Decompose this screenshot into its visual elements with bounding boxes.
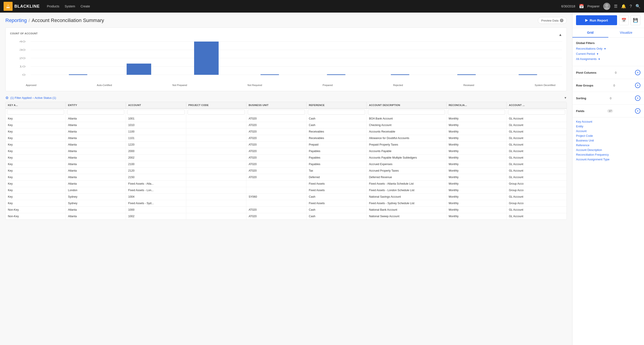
expand-filter-icon[interactable]: ▼ <box>564 96 567 100</box>
field-item-0[interactable]: Key Account <box>576 119 640 124</box>
search-icon[interactable]: 🔍 <box>636 4 640 9</box>
menu-icon[interactable]: ☰ <box>614 4 618 9</box>
calendar-save-button[interactable]: 📅 <box>619 15 629 25</box>
save-button[interactable]: 💾 <box>630 15 640 25</box>
pivot-columns-add-button[interactable]: + <box>635 70 640 75</box>
table-cell-5-3 <box>186 148 246 155</box>
filter-key-account[interactable] <box>7 110 64 115</box>
table-cell-11-4 <box>246 187 306 194</box>
table-cell-10-4 <box>246 181 306 187</box>
field-item-8[interactable]: Account Assignment Type <box>576 157 640 162</box>
table-body: KeyAtlanta1001AT020CashBOA Bank AccountM… <box>6 115 566 219</box>
field-item-6[interactable]: Account Description <box>576 148 640 152</box>
field-item-7[interactable]: Reconciliation Frequency <box>576 152 640 157</box>
pivot-columns-row: Pivot Columns 0 + <box>576 70 640 75</box>
table-row[interactable]: KeyAtlanta1220AT020PrepaidPrepaid Proper… <box>6 142 566 148</box>
field-item-5[interactable]: Reference <box>576 143 640 148</box>
run-report-button[interactable]: ▶ Run Report <box>576 15 617 25</box>
col-business-unit[interactable]: BUSINESS UNIT <box>246 102 306 109</box>
col-reference[interactable]: REFERENCE <box>306 102 367 109</box>
col-account-description[interactable]: ACCOUNT DESCRIPTION <box>367 102 446 109</box>
table-cell-0-8: GL Account <box>506 115 566 122</box>
col-project-code[interactable]: PROJECT CODE <box>186 102 246 109</box>
field-item-4[interactable]: Business Unit <box>576 138 640 143</box>
table-cell-15-4: AT020 <box>246 213 306 220</box>
table-cell-11-8: Group Acco <box>506 187 566 194</box>
table-cell-11-6: Fixed Assets - London Schedule List <box>367 187 446 194</box>
table-cell-9-8: GL Account <box>506 174 566 181</box>
svg-rect-19 <box>391 74 409 75</box>
collapse-chart-button[interactable]: ▲ <box>558 33 562 37</box>
table-row[interactable]: KeyAtlanta2100AT020PayablesAccrued Expen… <box>6 161 566 168</box>
table-cell-14-3 <box>186 207 246 213</box>
filter-icon[interactable]: ⚙ <box>6 96 8 100</box>
table-row[interactable]: Non-KeyAtlanta1000AT020CashNational Bank… <box>6 207 566 213</box>
field-item-2[interactable]: Account <box>576 129 640 133</box>
filter-reference[interactable] <box>308 110 365 115</box>
table-cell-2-6: Accounts Receivable <box>367 129 446 135</box>
col-reconciliation[interactable]: RECONCILIA... <box>446 102 506 109</box>
nav-create[interactable]: Create <box>80 4 90 9</box>
table-row[interactable]: KeyAtlanta2002AT020PayablesAccounts Paya… <box>6 155 566 161</box>
table-cell-1-1: Atlanta <box>66 122 126 129</box>
fields-count-badge: 17 <box>607 109 613 113</box>
table-row[interactable]: KeyAtlantaFixed Assets - Atla...Fixed As… <box>6 181 566 187</box>
sorting-label: Sorting <box>576 97 586 100</box>
calendar-icon[interactable]: 📅 <box>579 4 584 9</box>
table-row[interactable]: KeySydney1004SY060CashNational Savings A… <box>6 194 566 200</box>
nav-system[interactable]: System <box>64 4 75 9</box>
filter-account[interactable] <box>127 110 184 115</box>
bell-icon[interactable]: 🔔 <box>621 4 626 9</box>
breadcrumb: Reporting / Account Reconciliation Summa… <box>6 18 104 23</box>
row-groups-add-button[interactable]: + <box>635 83 640 88</box>
logo[interactable]: BLACKLINE <box>4 2 40 11</box>
nav-products[interactable]: Products <box>47 4 59 9</box>
table-cell-2-5: Receivables <box>306 129 367 135</box>
help-icon[interactable]: ? <box>630 4 632 9</box>
field-item-3[interactable]: Project Code <box>576 133 640 138</box>
table-row[interactable]: KeyLondonFixed Assets - Lon...Fixed Asse… <box>6 187 566 194</box>
filter-text[interactable]: (1) Filter Applied – Active Status (1) <box>10 96 56 100</box>
filter-account-description[interactable] <box>368 110 445 115</box>
breadcrumb-reporting[interactable]: Reporting <box>6 18 27 23</box>
table-row[interactable]: KeySydneyFixed Assets - Syd...Fixed Asse… <box>6 200 566 207</box>
col-entity[interactable]: ENTITY <box>66 102 126 109</box>
table-cell-3-1: Atlanta <box>66 135 126 142</box>
field-item-1[interactable]: Entity <box>576 124 640 129</box>
table-cell-0-3 <box>186 115 246 122</box>
filter-business-unit[interactable] <box>248 110 305 115</box>
content-area: Reporting / Account Reconciliation Summa… <box>0 13 572 345</box>
avatar[interactable] <box>603 3 610 10</box>
table-row[interactable]: KeyAtlanta1100AT020ReceivablesAccounts R… <box>6 129 566 135</box>
filter-all-assignments[interactable]: All Assignments ▼ <box>576 57 640 61</box>
filter-entity[interactable] <box>67 110 124 115</box>
col-account[interactable]: ACCOUNT <box>126 102 186 109</box>
table-row[interactable]: KeyAtlanta2150AT020DeferredDeferred Reve… <box>6 174 566 181</box>
table-row[interactable]: KeyAtlanta2000AT020PayablesAccounts Paya… <box>6 148 566 155</box>
filter-reconciliations-only[interactable]: Reconciliations Only ▼ <box>576 47 640 50</box>
table-row[interactable]: KeyAtlanta2120AT020TaxAccrued Property T… <box>6 168 566 174</box>
table-cell-9-3 <box>186 174 246 181</box>
filter-account-type[interactable] <box>508 110 565 115</box>
table-row[interactable]: KeyAtlanta1001AT020CashBOA Bank AccountM… <box>6 115 566 122</box>
nav-items: Products System Create <box>47 4 90 9</box>
preview-data-button[interactable]: Preview Data ? <box>538 17 567 24</box>
table-cell-13-5: Fixed Assets <box>306 200 367 207</box>
tab-grid[interactable]: Grid <box>572 28 608 38</box>
table-row[interactable]: KeyAtlanta1101AT020ReceivablesAllowance … <box>6 135 566 142</box>
sorting-add-button[interactable]: + <box>635 96 640 101</box>
filter-reconciliation[interactable] <box>448 110 505 115</box>
filter-current-period[interactable]: Current Period ▼ <box>576 52 640 56</box>
table-cell-13-2: Fixed Assets - Syd... <box>126 200 186 207</box>
nav-date: 6/30/2018 <box>561 5 575 8</box>
table-row[interactable]: Non-KeyAtlanta1002AT020CashNational Swee… <box>6 213 566 220</box>
fields-add-button[interactable]: + <box>635 108 640 114</box>
col-key-account[interactable]: KEY A... <box>6 102 66 109</box>
col-account-type[interactable]: ACCOUNT ... <box>506 102 566 109</box>
filter-project-code[interactable] <box>188 110 245 115</box>
table-cell-8-6: Accrued Property Taxes <box>367 168 446 174</box>
table-cell-14-4: AT020 <box>246 207 306 213</box>
tab-visualize[interactable]: Visualize <box>608 28 644 38</box>
table-cell-4-4: AT020 <box>246 142 306 148</box>
table-row[interactable]: KeyAtlanta1010AT020CashChecking AccountM… <box>6 122 566 129</box>
